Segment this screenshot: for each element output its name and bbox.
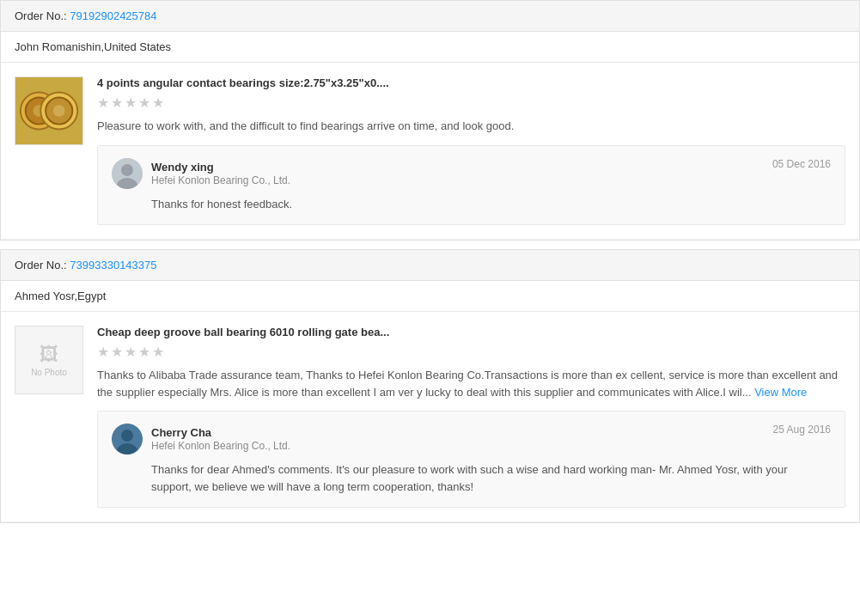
avatar xyxy=(112,424,143,454)
no-photo-placeholder: 🖼 No Photo xyxy=(15,326,83,394)
star-icon: ★ xyxy=(152,344,164,360)
view-more-link[interactable]: View More xyxy=(754,386,807,399)
review-item: 4 points angular contact bearings size:2… xyxy=(1,63,859,240)
star-icon: ★ xyxy=(111,95,123,111)
author-company: Hefei Konlon Bearing Co., Ltd. xyxy=(151,440,290,452)
reply-header: Wendy xingHefei Konlon Bearing Co., Ltd.… xyxy=(112,158,831,189)
review-content: Cheap deep groove ball bearing 6010 roll… xyxy=(97,326,845,508)
reply-box: Wendy xingHefei Konlon Bearing Co., Ltd.… xyxy=(97,145,845,226)
star-rating: ★★★★★ xyxy=(97,344,845,360)
product-image xyxy=(15,76,83,145)
order-customer: John Romanishin,United States xyxy=(1,32,859,63)
review-text: Thanks to Alibaba Trade assurance team, … xyxy=(97,367,845,400)
order-customer: Ahmed Yosr,Egypt xyxy=(1,281,859,312)
reply-author-info: Cherry ChaHefei Konlon Bearing Co., Ltd. xyxy=(112,424,290,454)
reply-text: Thanks for honest feedback. xyxy=(112,196,831,213)
svg-point-8 xyxy=(121,164,133,176)
star-icon: ★ xyxy=(138,344,150,360)
order-number-link[interactable]: 73993330143375 xyxy=(70,259,156,271)
star-icon: ★ xyxy=(111,344,123,360)
order-block: Order No.: 73993330143375Ahmed Yosr,Egyp… xyxy=(0,249,860,523)
product-title: 4 points angular contact bearings size:2… xyxy=(97,76,845,89)
order-label: Order No.: xyxy=(15,259,70,271)
star-icon: ★ xyxy=(97,95,109,111)
reply-header: Cherry ChaHefei Konlon Bearing Co., Ltd.… xyxy=(112,424,831,454)
star-icon: ★ xyxy=(97,344,109,360)
star-icon: ★ xyxy=(152,95,164,111)
avatar xyxy=(112,158,143,189)
reply-date: 05 Dec 2016 xyxy=(772,158,831,170)
author-name-block: Cherry ChaHefei Konlon Bearing Co., Ltd. xyxy=(151,426,290,452)
star-rating: ★★★★★ xyxy=(97,95,845,111)
order-header: Order No.: 79192902425784 xyxy=(1,1,859,32)
star-icon: ★ xyxy=(125,344,137,360)
review-content: 4 points angular contact bearings size:2… xyxy=(97,76,845,225)
order-header: Order No.: 73993330143375 xyxy=(1,250,859,281)
author-name-block: Wendy xingHefei Konlon Bearing Co., Ltd. xyxy=(151,161,290,186)
order-block: Order No.: 79192902425784John Romanishin… xyxy=(0,0,860,241)
author-name: Wendy xing xyxy=(151,161,290,174)
order-label: Order No.: xyxy=(15,9,70,22)
author-name: Cherry Cha xyxy=(151,426,290,439)
no-photo-label: No Photo xyxy=(31,368,67,377)
star-icon: ★ xyxy=(125,95,137,111)
review-text: Pleasure to work with, and the difficult… xyxy=(97,118,845,135)
svg-point-11 xyxy=(121,430,133,442)
author-company: Hefei Konlon Bearing Co., Ltd. xyxy=(151,174,290,186)
reply-box: Cherry ChaHefei Konlon Bearing Co., Ltd.… xyxy=(97,411,845,508)
order-number-link[interactable]: 79192902425784 xyxy=(70,9,156,22)
reply-text: Thanks for dear Ahmed's comments. It's o… xyxy=(112,461,831,495)
reply-date: 25 Aug 2016 xyxy=(773,424,831,436)
image-icon: 🖼 xyxy=(40,344,58,366)
review-item: 🖼 No Photo Cheap deep groove ball bearin… xyxy=(1,312,859,522)
reply-author-info: Wendy xingHefei Konlon Bearing Co., Ltd. xyxy=(112,158,290,189)
svg-point-6 xyxy=(53,105,65,117)
product-title: Cheap deep groove ball bearing 6010 roll… xyxy=(97,326,845,338)
star-icon: ★ xyxy=(138,95,150,111)
